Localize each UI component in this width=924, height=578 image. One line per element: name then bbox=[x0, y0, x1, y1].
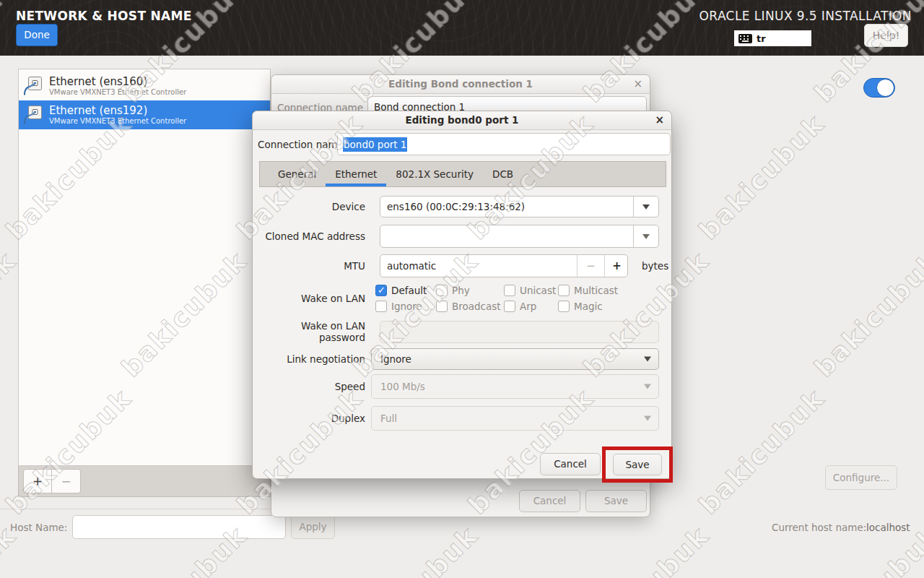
device-enabled-toggle[interactable] bbox=[863, 78, 895, 98]
checkbox-icon bbox=[436, 285, 448, 296]
mtu-value: automatic bbox=[387, 260, 436, 272]
speed-label: Speed bbox=[253, 381, 371, 392]
duplex-value: Full bbox=[380, 413, 397, 424]
link-negotiation-value: Ignore bbox=[380, 353, 411, 365]
checkbox-icon bbox=[504, 301, 515, 312]
duplex-label: Duplex bbox=[253, 413, 371, 424]
done-button[interactable]: Done bbox=[16, 24, 58, 46]
device-label: Device bbox=[253, 201, 371, 212]
apply-button[interactable]: Apply bbox=[291, 515, 335, 539]
bond0-port1-dialog: Editing bond0 port 1 × Connection name b… bbox=[252, 111, 672, 479]
cancel-button[interactable]: Cancel bbox=[540, 453, 601, 475]
connection-name-input[interactable]: bond0 port 1 bbox=[337, 133, 671, 155]
chevron-down-icon bbox=[644, 384, 651, 389]
ethernet-icon bbox=[22, 105, 43, 125]
close-icon[interactable]: × bbox=[633, 75, 642, 93]
tab-bar: General Ethernet 802.1X Security DCB bbox=[259, 161, 666, 187]
save-button[interactable]: Save bbox=[585, 490, 647, 512]
page-title: NETWORK & HOST NAME bbox=[16, 9, 192, 23]
watermark-text: bakicubuk bbox=[578, 520, 714, 578]
watermark-text: bakicubuk bbox=[693, 108, 829, 245]
network-device-item-ens160[interactable]: Ethernet (ens160) VMware VMXNET3 Etherne… bbox=[19, 72, 270, 100]
wol-option-broadcast[interactable]: Broadcast bbox=[436, 298, 504, 314]
cloned-mac-label: Cloned MAC address bbox=[253, 230, 371, 242]
device-value: ens160 (00:0C:29:13:48:62) bbox=[387, 201, 525, 212]
footer-divider bbox=[0, 509, 292, 509]
checkbox-icon bbox=[558, 285, 570, 296]
watermark-text: bakicubuk bbox=[808, 246, 924, 382]
wol-option-magic[interactable]: Magic bbox=[558, 298, 618, 314]
combo-arrow-button[interactable] bbox=[633, 225, 658, 247]
configure-button[interactable]: Configure... bbox=[825, 465, 897, 490]
toggle-knob bbox=[876, 79, 894, 97]
hostname-label: Host Name: bbox=[10, 522, 67, 533]
device-combo[interactable]: ens160 (00:0C:29:13:48:62) bbox=[380, 196, 659, 217]
dialog-title: Editing bond0 port 1 bbox=[253, 111, 671, 129]
watermark-text: bakicubuk bbox=[346, 520, 483, 578]
wol-option-default[interactable]: Default bbox=[375, 282, 436, 298]
checkbox-icon bbox=[436, 301, 448, 312]
keyboard-layout-indicator[interactable]: tr bbox=[734, 30, 811, 46]
device-title: Ethernet (ens160) bbox=[49, 76, 186, 88]
dialog-titlebar[interactable]: Editing Bond connection 1 × bbox=[271, 75, 650, 94]
wol-password-input[interactable] bbox=[380, 321, 659, 343]
wol-option-unicast[interactable]: Unicast bbox=[504, 282, 558, 298]
link-negotiation-select[interactable]: Ignore bbox=[371, 348, 659, 370]
combo-arrow-button[interactable] bbox=[633, 197, 658, 217]
chevron-down-icon bbox=[642, 204, 650, 210]
mtu-label: MTU bbox=[253, 260, 371, 272]
dialog-title: Editing Bond connection 1 bbox=[271, 75, 650, 93]
wol-password-label: Wake on LAN password bbox=[253, 320, 371, 343]
tab-ethernet[interactable]: Ethernet bbox=[326, 162, 386, 186]
close-icon[interactable]: × bbox=[655, 111, 664, 129]
device-title: Ethernet (ens192) bbox=[49, 105, 186, 117]
checkbox-icon bbox=[558, 301, 570, 312]
network-device-list: Ethernet (ens160) VMware VMXNET3 Etherne… bbox=[18, 69, 271, 466]
tab-general[interactable]: General bbox=[269, 162, 326, 186]
tab-8021x-security[interactable]: 802.1X Security bbox=[386, 162, 483, 186]
keyboard-icon bbox=[738, 34, 752, 43]
chevron-down-icon bbox=[644, 416, 651, 421]
product-title: ORACLE LINUX 9.5 INSTALLATION bbox=[699, 9, 912, 23]
device-list-toolbar: + − bbox=[18, 466, 271, 497]
link-negotiation-label: Link negotiation bbox=[253, 353, 371, 365]
wol-option-arp[interactable]: Arp bbox=[504, 298, 558, 314]
hostname-input[interactable] bbox=[72, 515, 286, 539]
mtu-increment-button[interactable]: + bbox=[604, 255, 629, 277]
connection-name-label: Connection name bbox=[258, 139, 344, 150]
chevron-down-icon bbox=[644, 357, 651, 362]
speed-value: 100 Mb/s bbox=[380, 381, 425, 392]
selected-text: bond0 port 1 bbox=[343, 137, 407, 152]
mtu-decrement-button[interactable]: − bbox=[577, 255, 604, 277]
add-device-button[interactable]: + bbox=[23, 469, 52, 493]
watermark-text: bakicubuk bbox=[693, 383, 829, 519]
duplex-select[interactable]: Full bbox=[371, 406, 659, 431]
wake-on-lan-options: Default Phy Unicast Multicast Ignore Bro… bbox=[375, 282, 618, 314]
checkbox-icon bbox=[375, 285, 387, 296]
checkbox-icon bbox=[504, 285, 515, 296]
dialog-titlebar[interactable]: Editing bond0 port 1 × bbox=[253, 111, 671, 130]
mtu-spinner[interactable]: automatic − + bbox=[380, 254, 628, 277]
chevron-down-icon bbox=[642, 234, 650, 239]
header-bar: NETWORK & HOST NAME Done ORACLE LINUX 9.… bbox=[0, 0, 924, 56]
device-subtitle: VMware VMXNET3 Ethernet Controller bbox=[49, 117, 186, 126]
speed-select[interactable]: 100 Mb/s bbox=[371, 374, 659, 399]
wol-option-ignore[interactable]: Ignore bbox=[375, 298, 436, 314]
wake-on-lan-label: Wake on LAN bbox=[253, 293, 371, 304]
current-hostname-label: Current host name: bbox=[772, 522, 866, 533]
cancel-button[interactable]: Cancel bbox=[519, 490, 580, 512]
help-button[interactable]: Help! bbox=[864, 24, 908, 47]
remove-device-button[interactable]: − bbox=[52, 469, 81, 493]
tab-dcb[interactable]: DCB bbox=[483, 162, 523, 186]
wol-option-multicast[interactable]: Multicast bbox=[558, 282, 618, 298]
checkbox-icon bbox=[375, 301, 387, 312]
network-device-item-ens192[interactable]: Ethernet (ens192) VMware VMXNET3 Etherne… bbox=[19, 100, 270, 129]
device-subtitle: VMware VMXNET3 Ethernet Controller bbox=[49, 88, 186, 97]
current-hostname-value: localhost bbox=[866, 522, 910, 533]
save-button[interactable]: Save bbox=[613, 454, 662, 475]
keyboard-layout-code: tr bbox=[757, 33, 766, 44]
cloned-mac-combo[interactable] bbox=[380, 225, 659, 248]
wol-option-phy[interactable]: Phy bbox=[436, 282, 504, 298]
ethernet-icon bbox=[22, 76, 43, 96]
mtu-unit-label: bytes bbox=[642, 260, 668, 272]
